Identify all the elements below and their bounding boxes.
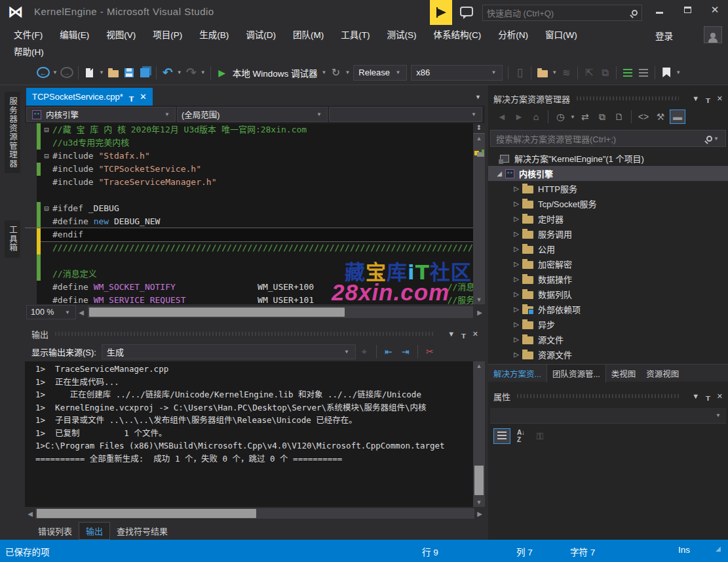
debug-target-button[interactable]: 本地 Windows 调试器 <box>233 66 318 79</box>
se-search-dropdown[interactable]: ▼ <box>714 136 719 142</box>
props-menu-dropdown[interactable]: ▼ <box>692 392 699 400</box>
attach-device-icon[interactable]: ▯ <box>513 65 526 81</box>
project-node[interactable]: ◢ ⁺⁺ 内核引擎 <box>488 166 728 181</box>
collapsed-icon[interactable]: ▷ <box>512 321 521 328</box>
tree-item[interactable]: ▷外部依赖项 <box>488 302 728 317</box>
code-line[interactable]: //u3d专用完美内核 <box>25 136 473 150</box>
scroll-down-icon[interactable]: ▼ <box>473 295 485 304</box>
se-tab-1[interactable]: 解决方案资... <box>488 365 546 382</box>
navigate-back-button[interactable]: ← <box>37 67 50 78</box>
toolbar-overflow-dropdown[interactable]: ▼ <box>676 70 681 75</box>
editor-vertical-scrollbar[interactable]: ⇕ ▲ ▼ <box>473 123 485 304</box>
menu-item[interactable]: 帮助(H) <box>5 45 52 58</box>
collapse-all-icon[interactable]: ⧉ <box>594 110 610 124</box>
code-line[interactable]: #include "TCPSocketService.h" <box>25 163 473 176</box>
quick-launch-input[interactable]: 快速启动 (Ctrl+Q) <box>482 5 642 21</box>
tree-item[interactable]: ▷加密解密 <box>488 256 728 271</box>
code-line[interactable] <box>25 189 473 202</box>
menu-item[interactable]: 生成(B) <box>191 28 237 41</box>
props-close-icon[interactable]: ✕ <box>717 392 723 401</box>
avatar[interactable] <box>704 26 722 43</box>
se-menu-dropdown[interactable]: ▼ <box>692 94 699 102</box>
code-line[interactable]: ⊟#include "Stdafx.h" <box>25 150 473 163</box>
se-tab-3[interactable]: 类视图 <box>606 365 642 382</box>
breakpoint-gutter[interactable] <box>25 176 37 189</box>
tab-tcpsocketservice[interactable]: TCPSocketService.cpp* ┰ ✕ <box>26 88 153 106</box>
new-file-button[interactable] <box>83 65 96 81</box>
tree-item[interactable]: ▷服务调用 <box>488 226 728 241</box>
collapsed-icon[interactable]: ▷ <box>512 291 521 298</box>
breakpoint-gutter[interactable] <box>25 123 37 136</box>
navigate-back-dropdown[interactable]: ▼ <box>52 70 58 75</box>
breakpoint-gutter[interactable] <box>25 294 37 304</box>
solution-node[interactable]: 解决方案"KernelEngine"(1 个项目) <box>488 151 728 166</box>
start-debug-icon[interactable]: ▶ <box>216 65 229 81</box>
side-tab-1[interactable]: 服务器资源管理器 <box>5 92 20 173</box>
output-scroll-down-icon[interactable]: ▼ <box>473 498 485 507</box>
se-close-icon[interactable]: ✕ <box>717 94 723 103</box>
output-close-icon[interactable]: ✕ <box>472 330 478 338</box>
fold-icon[interactable]: ⊟ <box>41 202 52 215</box>
output-scroll-up-icon[interactable]: ▲ <box>473 361 485 371</box>
side-tab-2[interactable]: 工具箱 <box>5 220 20 258</box>
breakpoint-gutter[interactable] <box>25 136 37 150</box>
document-list-dropdown[interactable]: ▼ <box>475 94 481 100</box>
sign-in-link[interactable]: 登录 <box>655 29 673 42</box>
find-dropdown[interactable]: ▼ <box>552 70 557 75</box>
fold-icon[interactable]: ⊟ <box>41 150 52 163</box>
comment-button[interactable] <box>621 65 634 81</box>
tree-item[interactable]: ▷HTTP服务 <box>488 181 728 196</box>
menu-item[interactable]: 编辑(E) <box>51 28 98 41</box>
bookmark-button[interactable] <box>660 65 673 81</box>
new-file-dropdown[interactable]: ▼ <box>99 70 104 75</box>
collapsed-icon[interactable]: ▷ <box>512 336 521 343</box>
properties-icon[interactable]: ⚒ <box>653 110 668 124</box>
breakpoint-gutter[interactable] <box>25 163 37 176</box>
tree-item[interactable]: ▷Tcp/Socket服务 <box>488 196 728 211</box>
collapsed-icon[interactable]: ▷ <box>512 200 521 207</box>
tree-item[interactable]: ▷公用 <box>488 241 728 256</box>
bottom-tab-输出[interactable]: 输出 <box>79 522 110 540</box>
output-hscroll-right-icon[interactable]: ▶ <box>474 510 485 517</box>
show-all-files-icon[interactable]: 🗋 <box>611 110 627 124</box>
collapsed-icon[interactable]: ▷ <box>512 230 521 237</box>
step-into-icon[interactable]: ⇱ <box>583 65 596 81</box>
editor-horizontal-scrollbar[interactable] <box>88 306 473 318</box>
menu-item[interactable]: 工具(T) <box>332 28 378 41</box>
breakpoint-gutter[interactable] <box>25 241 37 254</box>
breakpoint-gutter[interactable] <box>25 254 37 268</box>
collapsed-icon[interactable]: ▷ <box>512 185 521 192</box>
output-vertical-scrollbar[interactable]: ▲ ▼ <box>473 361 485 507</box>
close-button[interactable]: ✕ <box>703 0 727 20</box>
step-over-icon[interactable]: ⧉ <box>598 65 611 81</box>
breakpoint-gutter[interactable] <box>25 202 37 215</box>
properties-header[interactable]: 属性 ▼ ┰ ✕ <box>488 388 728 404</box>
output-hscroll-left-icon[interactable]: ◀ <box>25 510 35 517</box>
refresh-dropdown[interactable]: ▼ <box>345 70 350 75</box>
notifications-flag-button[interactable] <box>430 0 452 25</box>
menu-item[interactable]: 调试(D) <box>237 28 284 41</box>
expanded-icon[interactable]: ◢ <box>495 170 504 177</box>
tree-item[interactable]: ▷定时器 <box>488 211 728 226</box>
code-line[interactable]: #include "TraceServiceManager.h" <box>25 176 473 189</box>
home-icon[interactable]: ⌂ <box>528 110 544 124</box>
splitter-grip-icon[interactable]: ⇕ <box>473 123 485 134</box>
code-line[interactable]: ⊟#ifdef _DEBUG <box>25 202 473 215</box>
hscroll-thumb[interactable] <box>89 308 345 317</box>
se-back-icon[interactable]: ◄ <box>494 110 510 124</box>
navigate-forward-button[interactable]: → <box>60 67 73 78</box>
find-options-icon[interactable]: ≋ <box>560 65 573 81</box>
se-tab-4[interactable]: 资源视图 <box>641 365 684 382</box>
code-line[interactable]: #endif <box>25 228 473 241</box>
collapsed-icon[interactable]: ▷ <box>512 306 521 313</box>
save-button[interactable] <box>123 65 136 81</box>
menu-item[interactable]: 体系结构(C) <box>425 28 490 41</box>
scroll-up-icon[interactable]: ▲ <box>473 134 485 143</box>
breakpoint-gutter[interactable] <box>25 150 37 163</box>
debug-target-dropdown[interactable]: ▼ <box>321 70 326 75</box>
redo-button[interactable]: ↷ <box>185 65 198 81</box>
minimize-button[interactable] <box>647 0 671 20</box>
tree-item[interactable]: ▷异步 <box>488 317 728 332</box>
output-menu-dropdown[interactable]: ▼ <box>448 330 455 338</box>
menu-item[interactable]: 团队(M) <box>284 28 332 41</box>
